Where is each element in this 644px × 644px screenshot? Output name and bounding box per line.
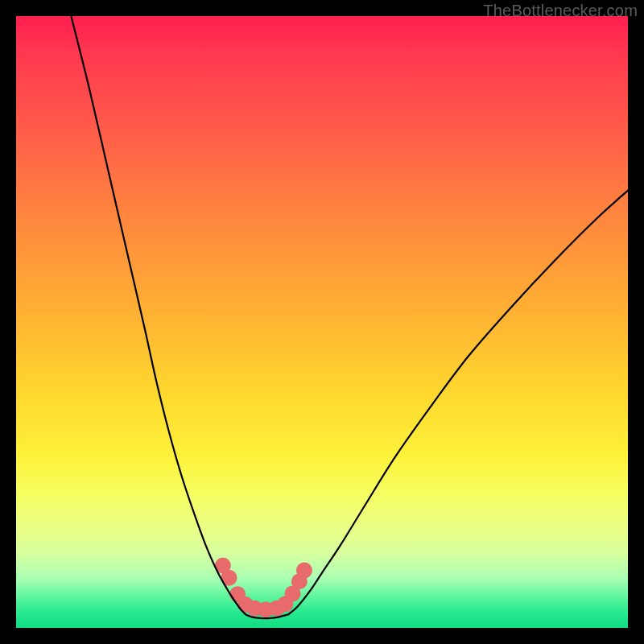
marker-dots-group bbox=[215, 557, 312, 617]
marker-dot bbox=[296, 563, 312, 579]
right-curve-line bbox=[288, 191, 628, 615]
watermark-text: TheBottlenecker.com bbox=[483, 2, 638, 20]
left-curve-line bbox=[71, 16, 246, 614]
bottleneck-chart bbox=[16, 16, 628, 628]
